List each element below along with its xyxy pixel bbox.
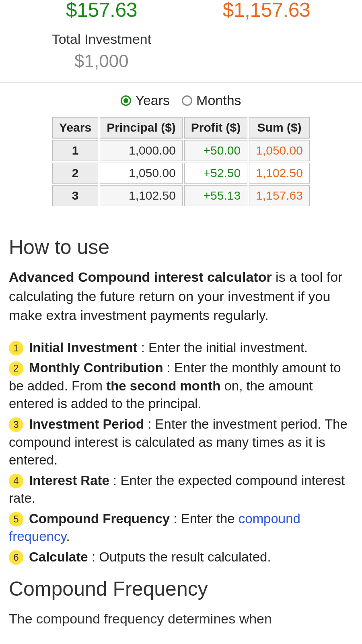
cell-profit: +52.50: [184, 163, 247, 184]
total-investment-value: $1,000: [52, 51, 152, 71]
cell-period: 3: [52, 185, 98, 206]
cell-principal: 1,000.00: [100, 140, 183, 161]
step-term: Interest Rate: [29, 473, 109, 488]
step-body: : Enter the initial investment.: [138, 340, 308, 355]
cell-period: 1: [52, 140, 98, 161]
cell-sum: 1,102.50: [249, 163, 310, 184]
summary-left-col: $157.63 Total Investment $1,000: [52, 0, 152, 71]
step-6: 6Calculate : Outputs the result calculat…: [9, 548, 353, 566]
radio-months-label: Months: [196, 93, 241, 108]
summary-row: $157.63 Total Investment $1,000 $1,157.6…: [0, 0, 362, 71]
header-profit: Profit ($): [184, 117, 247, 138]
header-principal: Principal ($): [100, 117, 183, 138]
cell-profit: +55.13: [184, 185, 247, 206]
table-header-row: Years Principal ($) Profit ($) Sum ($): [52, 117, 310, 138]
period-toggle: Years Months: [0, 93, 362, 108]
radio-icon: [182, 95, 192, 106]
radio-icon: [121, 95, 131, 106]
radio-years-label: Years: [135, 93, 170, 108]
divider: [0, 224, 362, 224]
cell-sum: 1,157.63: [249, 185, 310, 206]
intro-bold: Advanced Compound interest calculator: [9, 269, 272, 285]
step-term: Calculate: [29, 549, 88, 564]
step-bullet-icon: 1: [9, 341, 23, 355]
header-sum: Sum ($): [249, 117, 310, 138]
step-bullet-icon: 5: [9, 512, 23, 526]
compound-frequency-title: Compound Frequency: [9, 577, 353, 601]
radio-months[interactable]: Months: [182, 93, 241, 108]
step-4: 4Interest Rate : Enter the expected comp…: [9, 472, 353, 508]
step-list: 1Initial Investment : Enter the initial …: [9, 339, 353, 566]
step-bullet-icon: 4: [9, 474, 23, 488]
cell-period: 2: [52, 163, 98, 184]
step-emphasis: the second month: [106, 378, 220, 393]
total-investment-label: Total Investment: [52, 31, 152, 47]
step-bullet-icon: 2: [9, 361, 23, 376]
table-row: 1 1,000.00 +50.00 1,050.00: [52, 140, 310, 161]
how-to-use-title: How to use: [9, 235, 353, 259]
step-1: 1Initial Investment : Enter the initial …: [9, 339, 353, 357]
step-term: Investment Period: [29, 417, 144, 431]
divider: [0, 83, 362, 83]
cell-sum: 1,050.00: [249, 140, 310, 161]
step-5: 5Compound Frequency : Enter the compound…: [9, 510, 353, 546]
summary-right-col: $1,157.63: [222, 0, 310, 71]
cell-principal: 1,102.50: [100, 185, 183, 206]
table-row: 3 1,102.50 +55.13 1,157.63: [52, 185, 310, 206]
step-term: Initial Investment: [29, 340, 138, 355]
step-3: 3Investment Period : Enter the investmen…: [9, 415, 353, 469]
step-term: Compound Frequency: [29, 511, 170, 526]
cell-principal: 1,050.00: [100, 163, 183, 184]
step-2: 2Monthly Contribution : Enter the monthl…: [9, 359, 353, 413]
step-body-pre: : Enter the: [170, 511, 239, 526]
sum-total-value: $1,157.63: [222, 0, 310, 20]
cell-profit: +50.00: [184, 140, 247, 161]
compound-frequency-truncated-text: The compound frequency determines when: [9, 609, 353, 629]
radio-years[interactable]: Years: [121, 93, 170, 108]
step-body-post: .: [66, 529, 70, 544]
profit-total-value: $157.63: [52, 0, 152, 20]
step-term: Monthly Contribution: [29, 360, 163, 375]
step-bullet-icon: 6: [9, 550, 23, 565]
step-bullet-icon: 3: [9, 417, 23, 432]
results-table: Years Principal ($) Profit ($) Sum ($) 1…: [51, 116, 311, 208]
header-period: Years: [52, 117, 98, 138]
table-row: 2 1,050.00 +52.50 1,102.50: [52, 163, 310, 184]
step-body: : Outputs the result calculated.: [88, 549, 271, 564]
how-to-use-intro: Advanced Compound interest calculator is…: [9, 268, 353, 325]
